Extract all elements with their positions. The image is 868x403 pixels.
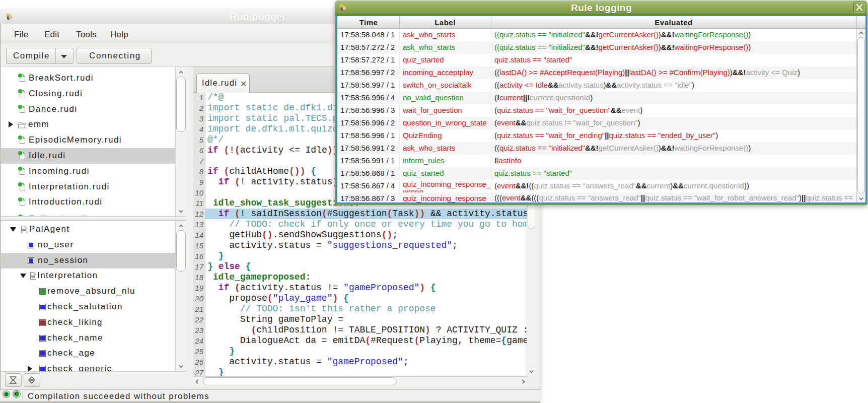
svg-text:S: S	[5, 392, 8, 397]
svg-text:C: C	[15, 391, 19, 396]
